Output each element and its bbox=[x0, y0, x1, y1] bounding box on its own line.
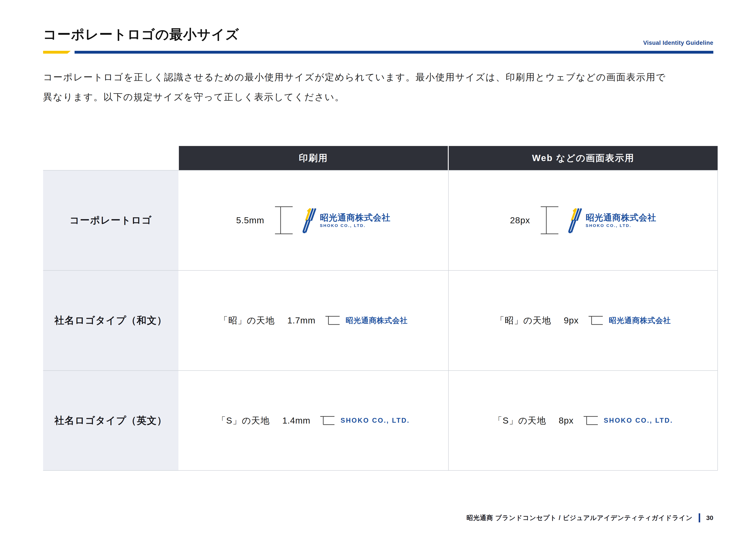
height-bracket-small-icon bbox=[325, 316, 340, 325]
measure-reference: 「S」の天地 bbox=[217, 415, 270, 426]
height-bracket-small-icon bbox=[583, 416, 598, 425]
cell-logotype-en-print: 「S」の天地 1.4mm SHOKO CO., LTD. bbox=[178, 370, 448, 470]
row-label-logotype-en: 社名ロゴタイプ（英文） bbox=[43, 370, 178, 470]
cell-logotype-ja-web: 「昭」の天地 9px 昭光通商株式会社 bbox=[449, 270, 717, 370]
logotype-en: SHOKO CO., LTD. bbox=[340, 417, 410, 424]
footer-divider-bar bbox=[699, 513, 700, 522]
min-size-web-logotype-en: 8px bbox=[559, 416, 574, 426]
min-size-web-logotype-ja: 9px bbox=[564, 316, 579, 326]
shoko-logo-mark-icon bbox=[299, 207, 317, 233]
min-size-print-logotype-en: 1.4mm bbox=[282, 416, 310, 426]
measure-reference: 「S」の天地 bbox=[493, 415, 546, 426]
corporate-logo: 昭光通商株式会社 SHOKO CO., LTD. bbox=[299, 207, 391, 233]
logo-name-ja: 昭光通商株式会社 bbox=[585, 213, 656, 222]
table-grid-line bbox=[448, 170, 449, 470]
guideline-page: コーポレートロゴの最小サイズ Visual Identity Guideline… bbox=[0, 0, 756, 534]
min-size-print-corporate: 5.5mm bbox=[236, 215, 264, 225]
table-grid-line bbox=[43, 470, 717, 471]
logo-name-en: SHOKO CO., LTD. bbox=[320, 223, 391, 228]
row-label-logotype-ja: 社名ロゴタイプ（和文） bbox=[43, 270, 178, 370]
logotype-ja: 昭光通商株式会社 bbox=[609, 316, 671, 326]
intro-line-2: 異なります。以下の規定サイズを守って正しく表示してください。 bbox=[43, 92, 345, 102]
cell-corporate-logo-web: 28px bbox=[449, 170, 717, 270]
measure-reference: 「昭」の天地 bbox=[496, 315, 551, 326]
corporate-logo: 昭光通商株式会社 SHOKO CO., LTD. bbox=[565, 207, 656, 233]
table-grid-line bbox=[717, 170, 718, 470]
height-bracket-small-icon bbox=[588, 316, 603, 325]
shoko-logo-mark-icon bbox=[565, 207, 582, 233]
min-size-web-corporate: 28px bbox=[510, 215, 530, 225]
table-grid-line bbox=[43, 270, 717, 271]
height-bracket-small-icon bbox=[320, 416, 335, 425]
column-header-web: Web などの画面表示用 bbox=[449, 146, 717, 170]
title-rule-navy bbox=[74, 51, 713, 54]
cell-logotype-ja-print: 「昭」の天地 1.7mm 昭光通商株式会社 bbox=[178, 270, 448, 370]
logo-name-en: SHOKO CO., LTD. bbox=[585, 223, 656, 228]
title-rule-yellow-accent bbox=[43, 51, 71, 54]
intro-line-1: コーポレートロゴを正しく認識させるための最小使用サイズが定められています。最小使… bbox=[43, 72, 666, 82]
column-header-print: 印刷用 bbox=[179, 146, 448, 170]
cell-logotype-en-web: 「S」の天地 8px SHOKO CO., LTD. bbox=[449, 370, 717, 470]
footer-document-title: 昭光通商 ブランドコンセプト / ビジュアルアイデンティティガイドライン bbox=[467, 514, 693, 522]
page-title: コーポレートロゴの最小サイズ bbox=[43, 25, 239, 43]
cell-corporate-logo-print: 5.5mm bbox=[178, 170, 448, 270]
intro-paragraph: コーポレートロゴを正しく認識させるための最小使用サイズが定められています。最小使… bbox=[43, 67, 666, 107]
logotype-en: SHOKO CO., LTD. bbox=[604, 417, 673, 424]
table-grid-line bbox=[43, 370, 717, 371]
footer-page-number: 30 bbox=[706, 514, 713, 521]
page-footer: 昭光通商 ブランドコンセプト / ビジュアルアイデンティティガイドライン 30 bbox=[467, 513, 713, 522]
measure-reference: 「昭」の天地 bbox=[219, 315, 275, 326]
height-bracket-icon bbox=[539, 206, 559, 235]
min-size-print-logotype-ja: 1.7mm bbox=[287, 316, 315, 326]
height-bracket-icon bbox=[274, 206, 293, 235]
logo-name-ja: 昭光通商株式会社 bbox=[320, 213, 391, 222]
row-label-corporate-logo: コーポレートロゴ bbox=[43, 170, 178, 270]
guideline-label: Visual Identity Guideline bbox=[643, 39, 713, 46]
logotype-ja: 昭光通商株式会社 bbox=[346, 316, 408, 326]
table-grid-line bbox=[43, 170, 717, 170]
